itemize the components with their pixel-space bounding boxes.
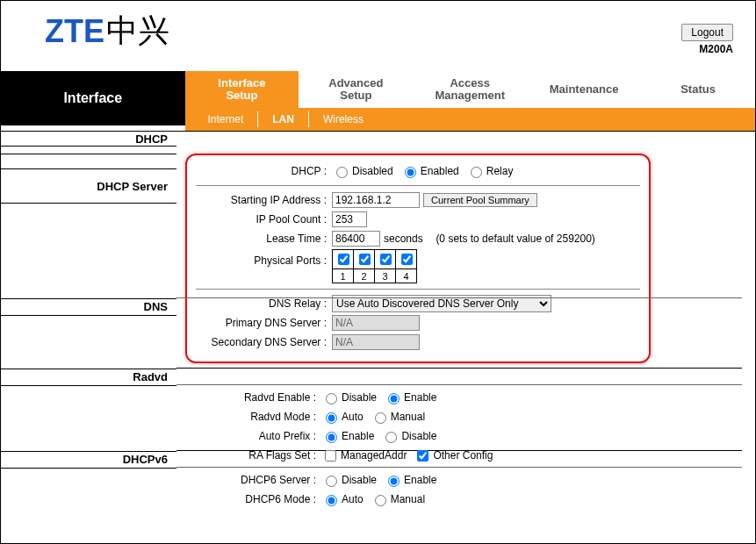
tab-status[interactable]: Status <box>641 71 755 108</box>
lease-time-label: Lease Time : <box>196 233 332 245</box>
port-4-label: 4 <box>396 269 417 283</box>
radio-radvd-enable[interactable]: Enable <box>384 390 436 404</box>
tab-interface-setup[interactable]: Interface Setup <box>185 71 299 108</box>
physical-ports-table: 1 2 3 4 <box>332 249 417 283</box>
lease-time-input[interactable] <box>332 231 380 247</box>
radio-dhcp6-enable[interactable]: Enable <box>384 473 436 487</box>
starting-ip-label: Starting IP Address : <box>196 194 332 206</box>
port-3-checkbox[interactable] <box>380 254 392 265</box>
radio-radvd-manual[interactable]: Manual <box>371 410 425 424</box>
radvd-enable-label: Radvd Enable : <box>185 391 321 404</box>
model-label: M200A <box>681 43 733 55</box>
primary-dns-input <box>332 315 420 331</box>
tab-maintenance[interactable]: Maintenance <box>527 71 641 108</box>
header: ZTE中兴 Logout M200A <box>1 1 755 71</box>
dhcp6-server-label: DHCP6 Server : <box>185 474 321 486</box>
port-2-checkbox[interactable] <box>359 254 371 265</box>
separator <box>196 185 640 186</box>
brand-cn: 中兴 <box>106 10 169 53</box>
main-tabs: Interface Setup Advanced Setup Access Ma… <box>185 71 755 108</box>
dhcp-label: DHCP : <box>196 165 332 177</box>
auto-prefix-label: Auto Prefix : <box>185 430 321 442</box>
sub-tabs: Internet LAN Wireless <box>185 108 755 131</box>
primary-dns-label: Primary DNS Server : <box>196 317 332 329</box>
port-1-checkbox[interactable] <box>338 254 349 265</box>
radvd-mode-label: Radvd Mode : <box>185 411 321 423</box>
ra-flags-label: RA Flags Set : <box>185 449 321 462</box>
secondary-dns-label: Secondary DNS Server : <box>196 336 332 348</box>
port-1-label: 1 <box>333 269 354 283</box>
tab-access-management[interactable]: Access Management <box>413 71 527 108</box>
physical-ports-label: Physical Ports : <box>196 249 332 267</box>
radio-dhcp6-manual[interactable]: Manual <box>371 492 425 506</box>
pool-summary-button[interactable]: Current Pool Summary <box>423 193 537 207</box>
ip-pool-count-input[interactable] <box>332 211 367 227</box>
radio-radvd-disable[interactable]: Disable <box>321 390 377 404</box>
radio-radvd-auto[interactable]: Auto <box>321 410 364 424</box>
dns-relay-label: DNS Relay : <box>196 297 332 310</box>
subtab-internet[interactable]: Internet <box>194 110 258 129</box>
lease-note: (0 sets to default value of 259200) <box>436 233 594 245</box>
checkbox-managed-addr[interactable]: ManagedAddr <box>321 447 407 464</box>
section-radvd: Radvd <box>1 369 176 385</box>
dhcp6-mode-label: DHCP6 Mode : <box>185 493 321 505</box>
radio-dhcp-relay[interactable]: Relay <box>466 164 514 178</box>
tab-advanced-setup[interactable]: Advanced Setup <box>299 71 413 108</box>
logout-button[interactable]: Logout <box>681 24 733 41</box>
checkbox-other-config[interactable]: Other Config <box>414 447 493 464</box>
brand-en: ZTE <box>45 13 104 50</box>
ip-pool-count-label: IP Pool Count : <box>196 213 332 225</box>
section-dhcp: DHCP <box>1 131 176 147</box>
radio-autoprefix-disable[interactable]: Disable <box>381 429 436 443</box>
radio-dhcp6-disable[interactable]: Disable <box>321 473 377 487</box>
page-title: Interface <box>1 71 185 125</box>
radio-autoprefix-enable[interactable]: Enable <box>321 429 374 443</box>
starting-ip-input[interactable] <box>332 192 420 208</box>
section-dhcpv6: DHCPv6 <box>1 452 176 468</box>
subtab-wireless[interactable]: Wireless <box>309 110 378 129</box>
port-2-label: 2 <box>354 269 375 283</box>
radio-dhcp-disabled[interactable]: Disabled <box>332 164 393 178</box>
secondary-dns-input <box>332 334 420 350</box>
separator <box>196 289 640 290</box>
subtab-lan[interactable]: LAN <box>258 110 308 129</box>
brand-logo: ZTE中兴 <box>45 10 755 53</box>
lease-unit: seconds <box>384 233 423 245</box>
radio-dhcp-enabled[interactable]: Enabled <box>400 164 459 178</box>
radio-dhcp6-auto[interactable]: Auto <box>321 492 364 506</box>
port-4-checkbox[interactable] <box>401 254 413 265</box>
section-dns: DNS <box>1 299 176 315</box>
port-3-label: 3 <box>375 269 396 283</box>
